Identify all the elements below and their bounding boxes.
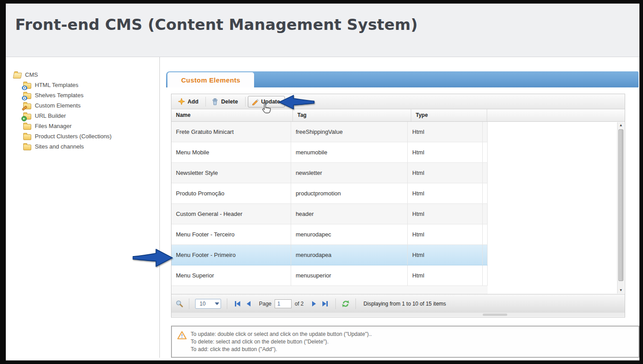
table-row-partial	[171, 286, 488, 294]
cell-name: Custom General - Header	[171, 204, 291, 224]
page-title: Front-end CMS (Content Management System…	[6, 4, 639, 33]
page-size-select[interactable]: 10	[195, 299, 221, 309]
app-body: CMS HTML TemplatesShelves TemplatesCusto…	[6, 57, 639, 360]
last-page-button[interactable]	[321, 300, 330, 308]
screen: Front-end CMS (Content Management System…	[6, 4, 639, 360]
tree-item-label: HTML Templates	[35, 82, 79, 88]
table-row[interactable]: Menu Footer - TerceiromenurodapecHtml	[171, 224, 488, 245]
pagination-bar: 10	[171, 294, 625, 313]
pager-separator	[189, 298, 189, 309]
add-button[interactable]: Add	[175, 96, 203, 107]
tab-label: Custom Elements	[181, 76, 241, 84]
table-row[interactable]: Produto PromoçãoproductpromotionHtml	[171, 183, 488, 204]
sidebar-item-custom-elements[interactable]: Custom Elements	[23, 100, 159, 111]
cell-rest	[483, 245, 488, 265]
cell-name: Menu Footer - Terceiro	[171, 224, 291, 244]
cell-tag: menurodapea	[291, 245, 408, 265]
view-folder-icon	[23, 83, 31, 89]
table-row[interactable]: Newsletter StylenewsletterHtml	[171, 163, 488, 183]
refresh-icon[interactable]	[342, 300, 350, 308]
tree-item-label: Files Manager	[35, 123, 71, 129]
add-button-label: Add	[188, 99, 198, 105]
table-row-selected[interactable]: Menu Footer - PrimeiromenurodapeaHtml	[171, 245, 488, 265]
sidebar-item-shelves-templates[interactable]: Shelves Templates	[23, 90, 159, 100]
first-page-button[interactable]	[233, 300, 242, 308]
table-rows: Frete Gratuito MinicartfreeShippingValue…	[171, 122, 625, 286]
cell-name: Menu Mobile	[171, 142, 291, 162]
page-size-value: 10	[196, 301, 213, 307]
pager-status: Displaying from 1 to 10 of 15 items	[363, 301, 446, 307]
warning-icon	[177, 331, 187, 339]
edit-folder-icon	[23, 103, 31, 109]
sidebar-item-cms-root[interactable]: CMS	[13, 70, 159, 80]
delete-button[interactable]: Delete	[208, 96, 243, 108]
column-header-name[interactable]: Name	[171, 109, 293, 121]
table-row[interactable]: Menu MobilemenumobileHtml	[171, 142, 488, 163]
cell-type: Html	[408, 142, 483, 162]
table-header-row: Name Tag Type	[171, 109, 625, 122]
cell-rest	[483, 204, 488, 224]
tree-root-label: CMS	[25, 71, 38, 78]
tree-item-label: Shelves Templates	[35, 92, 84, 99]
page-label: Page	[259, 301, 271, 307]
prev-page-button[interactable]	[245, 300, 252, 308]
cell-type: Html	[408, 265, 483, 285]
cell-name: Newsletter Style	[171, 163, 291, 183]
cell-type: Html	[408, 204, 483, 224]
cell-name: Produto Promoção	[171, 183, 291, 203]
pager-separator	[335, 298, 336, 309]
cell-tag: menumobile	[291, 142, 408, 162]
cell-tag: productpromotion	[291, 183, 408, 203]
sidebar-item-url-builder[interactable]: URL Builder	[23, 111, 159, 121]
table-row[interactable]: Frete Gratuito MinicartfreeShippingValue…	[171, 122, 488, 142]
search-icon[interactable]	[175, 300, 183, 307]
cell-rest	[483, 142, 488, 162]
delete-button-label: Delete	[221, 99, 238, 105]
sidebar-item-html-templates[interactable]: HTML Templates	[23, 80, 159, 90]
column-header-empty	[487, 109, 625, 121]
cell-tag: freeShippingValue	[291, 122, 408, 142]
scroll-up-arrow[interactable]: ▲	[618, 122, 624, 128]
cell-type: Html	[408, 183, 483, 203]
tree-item-label: Sites and channels	[35, 143, 84, 150]
update-button[interactable]: Update	[248, 96, 285, 108]
table-row[interactable]: Menu SuperiormenusuperiorHtml	[171, 265, 488, 286]
app-header: Front-end CMS (Content Management System…	[6, 4, 639, 57]
view-folder-icon	[23, 93, 31, 99]
sidebar-item-product-clusters-collections[interactable]: Product Clusters (Collections)	[23, 131, 159, 141]
cell-rest	[483, 163, 488, 183]
horizontal-scrollbar-thumb[interactable]	[483, 314, 507, 316]
scrollbar-thumb[interactable]	[618, 129, 623, 281]
cell-rest	[483, 183, 488, 203]
sidebar-item-files-manager[interactable]: Files Manager	[23, 121, 159, 131]
next-page-icon	[311, 301, 317, 307]
toolbar: Add Delete	[171, 94, 625, 109]
cell-rest	[483, 265, 488, 285]
sidebar-item-sites-and-channels[interactable]: Sites and channels	[23, 141, 159, 152]
vertical-scrollbar[interactable]: ▲ ▼	[617, 122, 624, 294]
tree-item-label: Custom Elements	[35, 102, 81, 109]
link-folder-icon	[23, 114, 31, 120]
next-page-button[interactable]	[310, 300, 317, 308]
update-button-label: Update	[261, 99, 280, 105]
tab-custom-elements[interactable]: Custom Elements	[167, 72, 254, 87]
cell-tag: menusuperior	[291, 265, 408, 285]
tab-bar: Custom Elements	[166, 71, 639, 87]
add-icon	[178, 98, 185, 105]
cell-type: Html	[408, 163, 483, 183]
open-folder-icon	[13, 73, 22, 79]
tree-item-label: URL Builder	[35, 112, 66, 119]
page-number-input[interactable]	[275, 299, 292, 308]
cell-tag: header	[291, 204, 408, 224]
horizontal-scrollbar[interactable]	[171, 313, 625, 317]
chevron-down-icon	[213, 302, 221, 306]
scroll-down-arrow[interactable]: ▼	[618, 287, 624, 294]
cell-rest	[483, 224, 488, 244]
last-page-icon	[322, 301, 329, 307]
folder-icon	[23, 134, 31, 140]
column-header-type[interactable]: Type	[411, 109, 487, 121]
table-row[interactable]: Custom General - HeaderheaderHtml	[171, 204, 488, 224]
column-header-tag[interactable]: Tag	[293, 109, 411, 121]
pager-separator	[355, 298, 356, 309]
table-body: Frete Gratuito MinicartfreeShippingValue…	[171, 122, 625, 294]
